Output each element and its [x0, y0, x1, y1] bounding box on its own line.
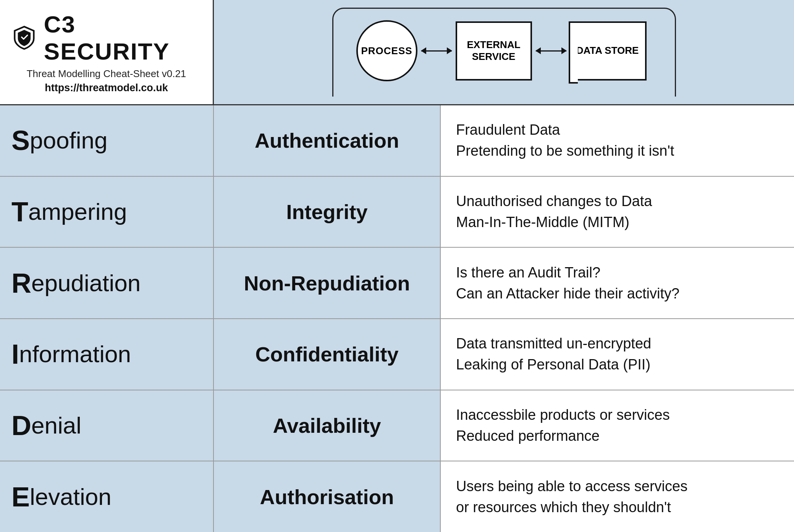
stride-rest: poofing	[30, 129, 107, 152]
description-text: Inaccessbile products or servicesReduced…	[456, 405, 670, 447]
table-row: DenialAvailabilityInaccessbile products …	[0, 390, 794, 462]
control-cell: Authentication	[214, 105, 441, 176]
stride-rest: nformation	[19, 342, 131, 366]
description-cell: Inaccessbile products or servicesReduced…	[441, 390, 794, 461]
stride-rest: epudiation	[31, 271, 141, 295]
description-cell: Unauthorised changes to DataMan-In-The-M…	[441, 177, 794, 247]
header: C3 SECURITY Threat Modelling Cheat-Sheet…	[0, 0, 794, 105]
stride-cell: Spoofing	[0, 105, 214, 176]
stride-cell: Repudiation	[0, 248, 214, 318]
description-text: Fraudulent DataPretending to be somethin…	[456, 119, 674, 161]
diagram-wrapper: PROCESS EXTERNAL SERVICE	[332, 8, 676, 97]
table-row: TamperingIntegrityUnauthorised changes t…	[0, 177, 794, 248]
control-label: Authorisation	[260, 485, 394, 509]
stride-letter: T	[11, 198, 28, 226]
logo-row: C3 SECURITY	[11, 11, 201, 65]
brand-name: C3 SECURITY	[44, 11, 201, 65]
arrow-process-external	[421, 50, 452, 52]
stride-rest: enial	[31, 414, 81, 437]
diagram-shapes: PROCESS EXTERNAL SERVICE	[356, 20, 647, 81]
subtitle: Threat Modelling Cheat-Sheet v0.21	[27, 68, 186, 80]
description-text: Data transmitted un-encryptedLeaking of …	[456, 333, 651, 375]
description-cell: Fraudulent DataPretending to be somethin…	[441, 105, 794, 176]
stride-cell: Elevation	[0, 461, 214, 532]
control-label: Availability	[273, 414, 381, 437]
control-cell: Confidentiality	[214, 319, 441, 390]
stride-letter: I	[11, 340, 19, 368]
data-store-shape: DATA STORE	[570, 21, 647, 81]
control-label: Integrity	[286, 200, 367, 224]
stride-cell: Information	[0, 319, 214, 390]
process-shape: PROCESS	[356, 20, 417, 81]
control-cell: Availability	[214, 390, 441, 461]
stride-letter: S	[11, 127, 30, 154]
shield-icon	[11, 24, 37, 51]
arrow-external-datastore	[536, 50, 566, 52]
table-row: InformationConfidentialityData transmitt…	[0, 319, 794, 390]
website-url[interactable]: https://threatmodel.co.uk	[45, 82, 168, 94]
stride-cell: Denial	[0, 390, 214, 461]
description-text: Is there an Audit Trail?Can an Attacker …	[456, 262, 679, 304]
table-row: SpoofingAuthenticationFraudulent DataPre…	[0, 105, 794, 177]
description-text: Unauthorised changes to DataMan-In-The-M…	[456, 191, 652, 233]
stride-letter: R	[11, 269, 31, 297]
stride-cell: Tampering	[0, 177, 214, 247]
stride-table: SpoofingAuthenticationFraudulent DataPre…	[0, 105, 794, 532]
stride-rest: levation	[30, 485, 112, 509]
page: C3 SECURITY Threat Modelling Cheat-Sheet…	[0, 0, 794, 532]
table-row: RepudiationNon-RepudiationIs there an Au…	[0, 248, 794, 319]
control-cell: Authorisation	[214, 461, 441, 532]
control-label: Confidentiality	[256, 342, 399, 366]
stride-letter: E	[11, 483, 30, 511]
external-service-shape: EXTERNAL SERVICE	[456, 21, 532, 81]
description-cell: Is there an Audit Trail?Can an Attacker …	[441, 248, 794, 318]
control-cell: Integrity	[214, 177, 441, 247]
header-left: C3 SECURITY Threat Modelling Cheat-Sheet…	[0, 0, 214, 104]
table-row: ElevationAuthorisationUsers being able t…	[0, 461, 794, 532]
description-cell: Data transmitted un-encryptedLeaking of …	[441, 319, 794, 390]
control-label: Non-Repudiation	[244, 271, 410, 295]
control-cell: Non-Repudiation	[214, 248, 441, 318]
control-label: Authentication	[255, 129, 399, 152]
description-text: Users being able to access servicesor re…	[456, 476, 687, 518]
arrow-line-1	[421, 50, 452, 52]
stride-rest: ampering	[28, 200, 127, 224]
stride-letter: D	[11, 412, 31, 439]
arrow-line-2	[536, 50, 566, 52]
header-diagram: PROCESS EXTERNAL SERVICE	[214, 0, 794, 104]
description-cell: Users being able to access servicesor re…	[441, 461, 794, 532]
